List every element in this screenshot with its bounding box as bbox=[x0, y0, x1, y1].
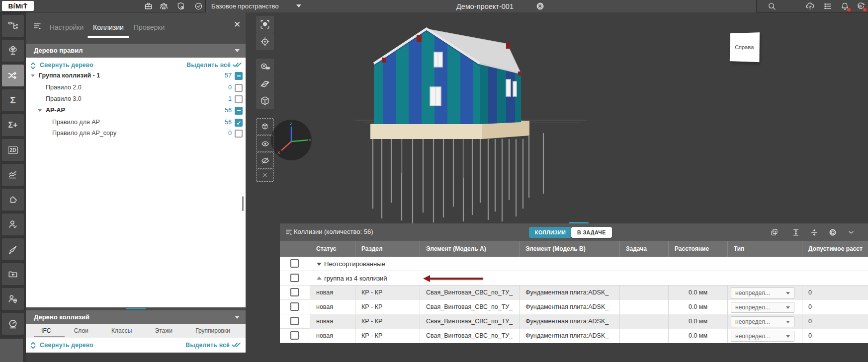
tree-item-checkbox[interactable] bbox=[235, 119, 243, 127]
approvals-check-icon[interactable] bbox=[194, 1, 203, 11]
row-checkbox[interactable] bbox=[290, 259, 299, 268]
col-element-b[interactable]: Элемент (Модель B) bbox=[519, 241, 619, 257]
tree-item[interactable]: АР-АР 56 bbox=[26, 105, 246, 116]
collapse-tree-chevrons-icon[interactable] bbox=[30, 62, 36, 70]
table-settings-gear-icon[interactable] bbox=[828, 228, 837, 237]
sidebar-item-charts[interactable] bbox=[2, 164, 24, 186]
view-cube-face[interactable]: Справа bbox=[730, 32, 760, 62]
projects-briefcase-icon[interactable] bbox=[144, 1, 153, 11]
collisions-tree-header[interactable]: Дерево коллизий bbox=[26, 310, 246, 324]
tree-item[interactable]: Правило для АР_copy 0 bbox=[26, 128, 246, 139]
row-checkbox[interactable] bbox=[290, 317, 299, 325]
tree-item-checkbox[interactable] bbox=[235, 84, 243, 92]
list-icon[interactable] bbox=[823, 1, 833, 11]
navigation-gizmo[interactable]: Z Y X bbox=[271, 120, 312, 160]
workspace-selector-label[interactable]: Базовое пространство bbox=[211, 2, 279, 10]
tree-item[interactable]: Правило 2.0 0 bbox=[26, 82, 246, 93]
sidebar-item-export-folder[interactable] bbox=[2, 263, 24, 285]
table-menu-icon[interactable] bbox=[285, 228, 294, 237]
tab-groupings[interactable]: Группировки bbox=[195, 327, 230, 334]
close-panel-icon[interactable]: ✕ bbox=[234, 19, 241, 30]
expand-row-height-icon[interactable] bbox=[791, 228, 800, 237]
select-all-link[interactable]: Выделить всё bbox=[186, 62, 231, 69]
tree-item-checkbox[interactable] bbox=[235, 107, 243, 115]
type-select[interactable]: неопредел... bbox=[731, 288, 794, 298]
sidebar-item-model-structure[interactable] bbox=[2, 15, 24, 37]
row-checkbox[interactable] bbox=[290, 302, 299, 311]
tree-item[interactable]: Правило для АР 56 bbox=[26, 117, 246, 128]
measure-tape-button[interactable] bbox=[256, 59, 274, 75]
select-all-doublecheck-icon[interactable] bbox=[231, 341, 243, 348]
tree-item[interactable]: Правило 3.0 1 bbox=[26, 93, 246, 105]
tree-item-checkbox[interactable] bbox=[235, 95, 243, 103]
tree-item-checkbox[interactable] bbox=[235, 72, 243, 80]
table-row[interactable]: новая КР - КР Свая_Винтовая_СВС_по_ТУ_ Ф… bbox=[310, 286, 868, 300]
reset-visibility-button[interactable] bbox=[256, 169, 274, 182]
col-type[interactable]: Тип bbox=[727, 241, 802, 257]
select-all-doublecheck-icon[interactable] bbox=[232, 61, 244, 68]
notifications-bell-icon[interactable] bbox=[840, 1, 850, 11]
tree-item-checkbox[interactable] bbox=[235, 130, 243, 138]
sidebar-item-nature-tree[interactable] bbox=[2, 40, 24, 62]
collapse-panel-chevron-icon[interactable] bbox=[847, 228, 856, 237]
clip-plane-button[interactable] bbox=[256, 75, 274, 92]
history-clock-icon[interactable]: 10 bbox=[856, 1, 866, 11]
tree-scrollbar[interactable] bbox=[242, 196, 244, 211]
sidebar-item-finishing-trowel[interactable] bbox=[2, 238, 24, 260]
group-row-unsorted[interactable]: Неотсортированные bbox=[310, 257, 868, 271]
select-all-link[interactable]: Выделить всё bbox=[185, 342, 230, 349]
search-icon[interactable] bbox=[767, 1, 777, 11]
collapse-tree-link[interactable]: Свернуть дерево bbox=[40, 62, 93, 69]
col-allowed[interactable]: Допустимое расст bbox=[802, 241, 868, 257]
type-select[interactable]: неопредел... bbox=[731, 316, 794, 327]
filter-collisions-button[interactable]: КОЛЛИЗИИ bbox=[529, 227, 572, 238]
rules-tree-header[interactable]: Дерево правил bbox=[26, 44, 246, 58]
collapse-tree-link[interactable]: Свернуть дерево bbox=[40, 342, 93, 349]
col-status[interactable]: Статус bbox=[310, 241, 355, 257]
tab-classes[interactable]: Классы bbox=[111, 327, 132, 334]
sidebar-item-dashboard-gauge[interactable] bbox=[2, 313, 24, 335]
sidebar-item-plugins[interactable] bbox=[2, 189, 24, 211]
protection-shield-icon[interactable] bbox=[176, 1, 185, 11]
tab-layers[interactable]: Слои bbox=[74, 327, 88, 334]
type-select[interactable]: неопредел... bbox=[731, 331, 794, 342]
copy-rows-icon[interactable] bbox=[770, 228, 779, 237]
sidebar-item-user-location[interactable] bbox=[2, 288, 24, 310]
tab-floors[interactable]: Этажи bbox=[155, 327, 173, 334]
table-row[interactable]: новая КР - КР Свая_Винтовая_СВС_по_ТУ_ Ф… bbox=[310, 300, 868, 314]
sidebar-item-sum-add[interactable]: Σ+ bbox=[2, 114, 24, 136]
tree-item[interactable]: Группа коллизий - 1 57 bbox=[26, 70, 246, 81]
table-row[interactable]: новая КР - КР Свая_Винтовая_СВС_по_ТУ_ Ф… bbox=[310, 314, 868, 329]
panel-resize-handle[interactable] bbox=[126, 308, 146, 309]
3d-model-house[interactable] bbox=[318, 24, 589, 230]
sidebar-item-collisions[interactable] bbox=[2, 65, 24, 86]
group-collapse-caret-icon[interactable] bbox=[317, 277, 322, 280]
app-logo[interactable]: BiMiT bbox=[2, 1, 34, 11]
sidebar-item-2d-view[interactable]: 2D bbox=[2, 139, 24, 161]
col-section[interactable]: Раздел bbox=[355, 241, 420, 257]
col-element-a[interactable]: Элемент (Модель A) bbox=[420, 241, 519, 257]
tree-expand-caret-icon[interactable] bbox=[38, 109, 42, 112]
project-settings-gear-icon[interactable] bbox=[535, 1, 545, 11]
row-checkbox[interactable] bbox=[290, 331, 299, 340]
group-expand-caret-icon[interactable] bbox=[317, 263, 322, 266]
type-select[interactable]: неопредел... bbox=[731, 302, 794, 313]
sidebar-item-user-check[interactable] bbox=[2, 214, 24, 235]
workspace-caret-icon[interactable] bbox=[296, 4, 301, 7]
sidebar-item-sum[interactable]: Σ bbox=[2, 89, 24, 111]
filter-in-task-button[interactable]: В ЗАДАЧЕ bbox=[571, 227, 612, 238]
col-distance[interactable]: Расстояние bbox=[668, 241, 727, 257]
model-tree-cloud-icon[interactable] bbox=[805, 1, 815, 11]
tree-expand-caret-icon[interactable] bbox=[31, 74, 35, 77]
col-task[interactable]: Задача bbox=[619, 241, 668, 257]
collapse-rows-icon[interactable] bbox=[810, 228, 819, 237]
collapse-tree-chevrons-icon[interactable] bbox=[30, 341, 36, 350]
group-row-4-collisions[interactable]: группа из 4 коллизий bbox=[310, 271, 868, 286]
tab-collisions[interactable]: Коллизии bbox=[93, 23, 124, 31]
team-icon[interactable] bbox=[159, 1, 169, 11]
tab-ifc[interactable]: IFC bbox=[41, 327, 51, 334]
panel-menu-icon[interactable] bbox=[33, 21, 43, 31]
locate-target-button[interactable] bbox=[256, 33, 274, 50]
table-row[interactable]: новая КР - КР Свая_Винтовая_СВС_по_ТУ_ Ф… bbox=[310, 329, 868, 343]
tab-checks[interactable]: Проверки bbox=[134, 23, 165, 31]
